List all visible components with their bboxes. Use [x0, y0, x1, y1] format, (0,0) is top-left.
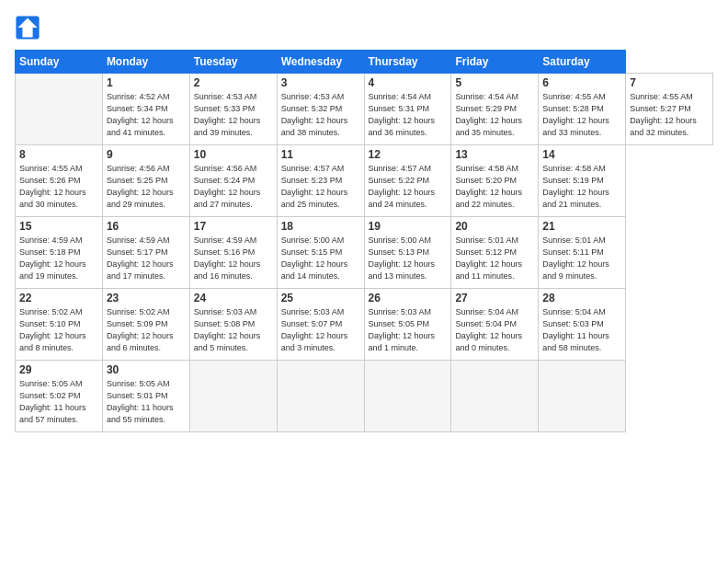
calendar-cell: 4Sunrise: 4:54 AMSunset: 5:31 PMDaylight… — [364, 74, 451, 145]
day-number: 11 — [281, 148, 360, 161]
calendar-cell: 25Sunrise: 5:03 AMSunset: 5:07 PMDayligh… — [277, 289, 364, 361]
calendar-cell: 18Sunrise: 5:00 AMSunset: 5:15 PMDayligh… — [277, 217, 364, 289]
col-header-sunday: Sunday — [16, 51, 103, 74]
day-number: 5 — [455, 76, 534, 89]
col-header-tuesday: Tuesday — [189, 51, 277, 74]
day-number: 10 — [194, 148, 273, 161]
day-number: 26 — [369, 292, 448, 304]
calendar-cell: 7Sunrise: 4:55 AMSunset: 5:27 PMDaylight… — [626, 74, 713, 145]
calendar-cell: 14Sunrise: 4:58 AMSunset: 5:19 PMDayligh… — [539, 145, 626, 217]
week-row-3: 15Sunrise: 4:59 AMSunset: 5:18 PMDayligh… — [16, 217, 713, 289]
day-number: 18 — [281, 220, 360, 233]
day-info: Sunrise: 5:02 AMSunset: 5:09 PMDaylight:… — [107, 306, 186, 354]
day-number: 21 — [542, 220, 621, 233]
day-info: Sunrise: 4:57 AMSunset: 5:22 PMDaylight:… — [369, 163, 448, 211]
day-number: 17 — [194, 220, 273, 233]
day-info: Sunrise: 5:05 AMSunset: 5:01 PMDaylight:… — [107, 378, 186, 426]
day-info: Sunrise: 5:03 AMSunset: 5:07 PMDaylight:… — [281, 306, 360, 354]
calendar-cell: 16Sunrise: 4:59 AMSunset: 5:17 PMDayligh… — [102, 217, 189, 289]
day-number: 2 — [194, 76, 273, 89]
calendar-cell — [277, 361, 364, 432]
col-header-wednesday: Wednesday — [277, 51, 364, 74]
calendar-cell — [364, 361, 451, 432]
day-number: 16 — [107, 220, 186, 233]
day-number: 30 — [107, 363, 186, 376]
day-info: Sunrise: 5:02 AMSunset: 5:10 PMDaylight:… — [19, 306, 98, 354]
calendar-table: SundayMondayTuesdayWednesdayThursdayFrid… — [15, 50, 713, 432]
calendar-cell: 3Sunrise: 4:53 AMSunset: 5:32 PMDaylight… — [277, 74, 364, 145]
col-header-thursday: Thursday — [364, 51, 451, 74]
day-number: 29 — [19, 363, 98, 376]
week-row-2: 8Sunrise: 4:55 AMSunset: 5:26 PMDaylight… — [16, 145, 713, 217]
day-info: Sunrise: 4:54 AMSunset: 5:31 PMDaylight:… — [369, 91, 448, 139]
calendar-cell: 1Sunrise: 4:52 AMSunset: 5:34 PMDaylight… — [102, 74, 189, 145]
day-number: 1 — [107, 76, 186, 89]
day-info: Sunrise: 5:00 AMSunset: 5:15 PMDaylight:… — [281, 235, 360, 282]
calendar-cell: 28Sunrise: 5:04 AMSunset: 5:03 PMDayligh… — [539, 289, 626, 361]
day-info: Sunrise: 4:53 AMSunset: 5:32 PMDaylight:… — [281, 91, 360, 139]
day-number: 27 — [455, 292, 534, 304]
calendar-cell — [539, 361, 626, 432]
day-number: 3 — [281, 76, 360, 89]
day-info: Sunrise: 5:01 AMSunset: 5:12 PMDaylight:… — [455, 235, 534, 282]
day-info: Sunrise: 5:04 AMSunset: 5:03 PMDaylight:… — [542, 306, 621, 354]
day-info: Sunrise: 4:52 AMSunset: 5:34 PMDaylight:… — [107, 91, 186, 139]
day-number: 15 — [19, 220, 98, 233]
calendar-cell: 10Sunrise: 4:56 AMSunset: 5:24 PMDayligh… — [189, 145, 277, 217]
day-number: 9 — [107, 148, 186, 161]
day-number: 24 — [194, 292, 273, 304]
calendar-cell: 19Sunrise: 5:00 AMSunset: 5:13 PMDayligh… — [364, 217, 451, 289]
day-number: 28 — [542, 292, 621, 304]
day-info: Sunrise: 5:01 AMSunset: 5:11 PMDaylight:… — [542, 235, 621, 282]
day-info: Sunrise: 5:05 AMSunset: 5:02 PMDaylight:… — [19, 378, 98, 426]
day-info: Sunrise: 4:53 AMSunset: 5:33 PMDaylight:… — [194, 91, 273, 139]
day-number: 13 — [455, 148, 534, 161]
day-number: 22 — [19, 292, 98, 304]
calendar-cell: 11Sunrise: 4:57 AMSunset: 5:23 PMDayligh… — [277, 145, 364, 217]
day-info: Sunrise: 4:55 AMSunset: 5:26 PMDaylight:… — [19, 163, 98, 211]
day-number: 6 — [542, 76, 621, 89]
calendar-cell: 29Sunrise: 5:05 AMSunset: 5:02 PMDayligh… — [16, 361, 103, 432]
day-number: 23 — [107, 292, 186, 304]
calendar-cell: 21Sunrise: 5:01 AMSunset: 5:11 PMDayligh… — [539, 217, 626, 289]
calendar-cell: 13Sunrise: 4:58 AMSunset: 5:20 PMDayligh… — [451, 145, 539, 217]
calendar-body: 1Sunrise: 4:52 AMSunset: 5:34 PMDaylight… — [16, 74, 713, 432]
day-info: Sunrise: 4:56 AMSunset: 5:24 PMDaylight:… — [194, 163, 273, 211]
day-number: 14 — [542, 148, 621, 161]
page: SundayMondayTuesdayWednesdayThursdayFrid… — [0, 0, 728, 563]
day-info: Sunrise: 4:56 AMSunset: 5:25 PMDaylight:… — [107, 163, 186, 211]
day-info: Sunrise: 5:03 AMSunset: 5:05 PMDaylight:… — [369, 306, 448, 354]
week-row-4: 22Sunrise: 5:02 AMSunset: 5:10 PMDayligh… — [16, 289, 713, 361]
day-number: 7 — [630, 76, 709, 89]
calendar-cell: 22Sunrise: 5:02 AMSunset: 5:10 PMDayligh… — [16, 289, 103, 361]
day-info: Sunrise: 4:55 AMSunset: 5:27 PMDaylight:… — [630, 91, 709, 139]
calendar-cell: 8Sunrise: 4:55 AMSunset: 5:26 PMDaylight… — [16, 145, 103, 217]
calendar-cell: 20Sunrise: 5:01 AMSunset: 5:12 PMDayligh… — [451, 217, 539, 289]
calendar-cell: 26Sunrise: 5:03 AMSunset: 5:05 PMDayligh… — [364, 289, 451, 361]
day-info: Sunrise: 4:59 AMSunset: 5:17 PMDaylight:… — [107, 235, 186, 282]
day-info: Sunrise: 4:58 AMSunset: 5:20 PMDaylight:… — [455, 163, 534, 211]
calendar-cell: 9Sunrise: 4:56 AMSunset: 5:25 PMDaylight… — [102, 145, 189, 217]
logo — [15, 15, 42, 40]
day-number: 25 — [281, 292, 360, 304]
calendar-cell: 15Sunrise: 4:59 AMSunset: 5:18 PMDayligh… — [16, 217, 103, 289]
day-number: 19 — [369, 220, 448, 233]
calendar-cell — [451, 361, 539, 432]
day-info: Sunrise: 4:55 AMSunset: 5:28 PMDaylight:… — [542, 91, 621, 139]
week-row-1: 1Sunrise: 4:52 AMSunset: 5:34 PMDaylight… — [16, 74, 713, 145]
calendar-cell — [189, 361, 277, 432]
calendar-cell: 30Sunrise: 5:05 AMSunset: 5:01 PMDayligh… — [102, 361, 189, 432]
day-number: 20 — [455, 220, 534, 233]
logo-icon — [15, 15, 40, 40]
col-header-saturday: Saturday — [539, 51, 626, 74]
calendar-cell: 23Sunrise: 5:02 AMSunset: 5:09 PMDayligh… — [102, 289, 189, 361]
calendar-cell: 12Sunrise: 4:57 AMSunset: 5:22 PMDayligh… — [364, 145, 451, 217]
calendar-cell: 6Sunrise: 4:55 AMSunset: 5:28 PMDaylight… — [539, 74, 626, 145]
calendar-cell: 24Sunrise: 5:03 AMSunset: 5:08 PMDayligh… — [189, 289, 277, 361]
calendar-cell: 17Sunrise: 4:59 AMSunset: 5:16 PMDayligh… — [189, 217, 277, 289]
day-number: 4 — [369, 76, 448, 89]
empty-cell — [16, 74, 103, 145]
day-info: Sunrise: 5:04 AMSunset: 5:04 PMDaylight:… — [455, 306, 534, 354]
day-info: Sunrise: 4:58 AMSunset: 5:19 PMDaylight:… — [542, 163, 621, 211]
calendar-cell: 27Sunrise: 5:04 AMSunset: 5:04 PMDayligh… — [451, 289, 539, 361]
